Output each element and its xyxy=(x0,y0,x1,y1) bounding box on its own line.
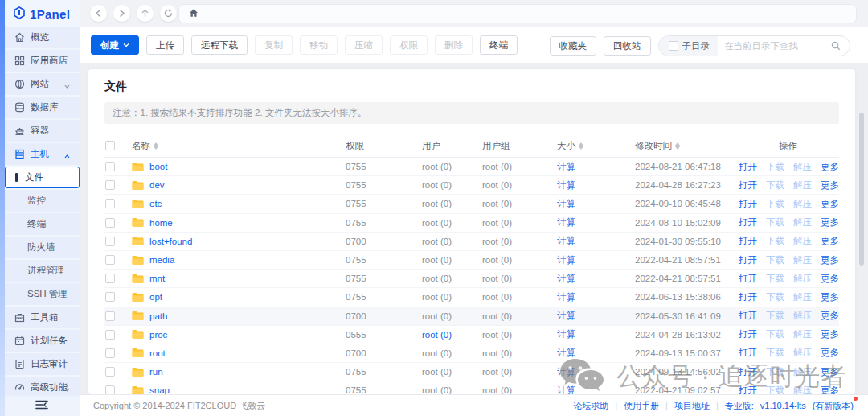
sidebar-item-advanced[interactable]: 高级功能 xyxy=(5,377,80,398)
row-action-enabled[interactable]: 打开 xyxy=(739,366,757,378)
row-action-enabled[interactable]: 更多 xyxy=(821,198,839,210)
row-action-enabled[interactable]: 打开 xyxy=(739,161,757,173)
file-name[interactable]: run xyxy=(149,367,163,377)
row-checkbox[interactable] xyxy=(105,348,115,358)
calculate-size-link[interactable]: 计算 xyxy=(557,291,635,303)
sidebar-item-container[interactable]: 容器 xyxy=(5,120,80,142)
row-checkbox[interactable] xyxy=(105,162,115,171)
row-checkbox[interactable] xyxy=(105,274,115,283)
calculate-size-link[interactable]: 计算 xyxy=(557,347,635,359)
row-action-enabled[interactable]: 更多 xyxy=(821,235,839,247)
calculate-size-link[interactable]: 计算 xyxy=(557,310,635,322)
row-action-enabled[interactable]: 打开 xyxy=(739,310,757,322)
row-checkbox[interactable] xyxy=(105,180,115,190)
subdirectory-checkbox[interactable] xyxy=(669,41,678,51)
toolbar-button[interactable]: 终端 xyxy=(480,35,518,55)
search-input[interactable] xyxy=(718,36,821,56)
sidebar-item-app-store[interactable]: 应用商店 xyxy=(5,50,80,72)
calculate-size-link[interactable]: 计算 xyxy=(557,179,635,192)
calculate-size-link[interactable]: 计算 xyxy=(557,385,635,394)
sort-icon[interactable] xyxy=(675,142,680,150)
footer-link-manual[interactable]: 使用手册 xyxy=(624,400,659,412)
refresh-button[interactable] xyxy=(160,5,177,22)
new-version-link[interactable]: (有新版本) xyxy=(813,400,854,412)
row-action-enabled[interactable]: 打开 xyxy=(739,291,757,303)
row-action-enabled[interactable]: 打开 xyxy=(739,273,757,285)
file-name[interactable]: snap xyxy=(149,385,170,394)
row-checkbox[interactable] xyxy=(105,218,115,228)
forward-button[interactable] xyxy=(113,5,130,22)
row-action-enabled[interactable]: 打开 xyxy=(739,385,757,394)
sidebar-item-logs[interactable]: 日志审计 xyxy=(5,353,80,375)
row-action-enabled[interactable]: 打开 xyxy=(739,179,757,192)
vertical-scrollbar-thumb[interactable] xyxy=(859,113,864,266)
row-action-enabled[interactable]: 更多 xyxy=(821,310,839,322)
footer-link-project[interactable]: 项目地址 xyxy=(674,400,710,412)
column-header-mtime[interactable]: 修改时间 xyxy=(635,140,737,152)
file-user[interactable]: root (0) xyxy=(422,330,482,340)
create-button[interactable]: 创建 xyxy=(91,35,139,55)
row-action-enabled[interactable]: 更多 xyxy=(821,273,839,285)
file-name[interactable]: etc xyxy=(149,199,162,208)
sidebar-item-host[interactable]: 主机 xyxy=(5,143,80,165)
sidebar-item-database[interactable]: 数据库 xyxy=(5,97,80,118)
calculate-size-link[interactable]: 计算 xyxy=(557,366,635,378)
file-name[interactable]: opt xyxy=(149,292,162,302)
row-action-enabled[interactable]: 更多 xyxy=(821,216,839,229)
sidebar-subitem-files[interactable]: 文件 xyxy=(5,167,80,188)
row-checkbox[interactable] xyxy=(105,255,115,265)
footer-link-forum[interactable]: 论坛求助 xyxy=(573,400,608,412)
row-checkbox[interactable] xyxy=(105,292,115,302)
file-name[interactable]: home xyxy=(149,218,173,228)
toolbar-button[interactable]: 远程下载 xyxy=(191,35,248,55)
row-action-enabled[interactable]: 更多 xyxy=(821,366,839,378)
row-action-enabled[interactable]: 打开 xyxy=(739,328,757,340)
up-button[interactable] xyxy=(137,5,154,22)
file-name[interactable]: path xyxy=(149,311,167,321)
row-action-enabled[interactable]: 打开 xyxy=(739,216,757,229)
column-header-name[interactable]: 名称 xyxy=(121,140,346,152)
sidebar-subitem-terminal[interactable]: 终端 xyxy=(5,213,80,235)
calculate-size-link[interactable]: 计算 xyxy=(557,198,635,210)
collapse-sidebar-button[interactable] xyxy=(5,396,80,416)
calculate-size-link[interactable]: 计算 xyxy=(557,235,635,247)
row-action-enabled[interactable]: 更多 xyxy=(821,347,839,359)
row-action-enabled[interactable]: 打开 xyxy=(739,198,757,210)
file-name[interactable]: dev xyxy=(149,180,165,190)
file-name[interactable]: proc xyxy=(149,330,167,340)
row-checkbox[interactable] xyxy=(105,237,115,246)
sidebar-subitem-monitor[interactable]: 监控 xyxy=(5,190,80,212)
calculate-size-link[interactable]: 计算 xyxy=(557,216,635,229)
row-action-enabled[interactable]: 更多 xyxy=(821,291,839,303)
calculate-size-link[interactable]: 计算 xyxy=(557,273,635,285)
path-address-bar[interactable] xyxy=(178,4,857,23)
sidebar-subitem-firewall[interactable]: 防火墙 xyxy=(5,237,80,258)
recycle-bin-button[interactable]: 回收站 xyxy=(604,36,651,56)
calculate-size-link[interactable]: 计算 xyxy=(557,328,635,340)
file-name[interactable]: root xyxy=(149,348,166,358)
sort-icon[interactable] xyxy=(579,142,583,150)
row-action-enabled[interactable]: 更多 xyxy=(821,179,839,192)
file-name[interactable]: media xyxy=(149,255,174,265)
calculate-size-link[interactable]: 计算 xyxy=(557,161,635,173)
row-checkbox[interactable] xyxy=(105,330,115,340)
sidebar-item-cronjob[interactable]: 计划任务 xyxy=(5,330,80,352)
row-action-enabled[interactable]: 更多 xyxy=(821,254,839,266)
calculate-size-link[interactable]: 计算 xyxy=(557,254,635,266)
toolbar-button[interactable]: 上传 xyxy=(146,35,184,55)
search-button[interactable] xyxy=(821,36,850,56)
row-action-enabled[interactable]: 更多 xyxy=(821,385,839,394)
row-action-enabled[interactable]: 打开 xyxy=(739,347,757,359)
sidebar-item-overview[interactable]: 概览 xyxy=(5,27,80,48)
row-action-enabled[interactable]: 更多 xyxy=(821,328,839,340)
row-checkbox[interactable] xyxy=(105,367,115,377)
row-checkbox[interactable] xyxy=(105,385,115,394)
file-name[interactable]: lost+found xyxy=(149,237,192,246)
row-checkbox[interactable] xyxy=(105,199,115,208)
favorites-button[interactable]: 收藏夹 xyxy=(550,36,597,56)
file-name[interactable]: boot xyxy=(149,162,167,171)
column-header-size[interactable]: 大小 xyxy=(557,140,635,152)
sidebar-subitem-process[interactable]: 进程管理 xyxy=(5,260,80,282)
back-button[interactable] xyxy=(90,5,107,22)
select-all-checkbox[interactable] xyxy=(105,141,115,150)
